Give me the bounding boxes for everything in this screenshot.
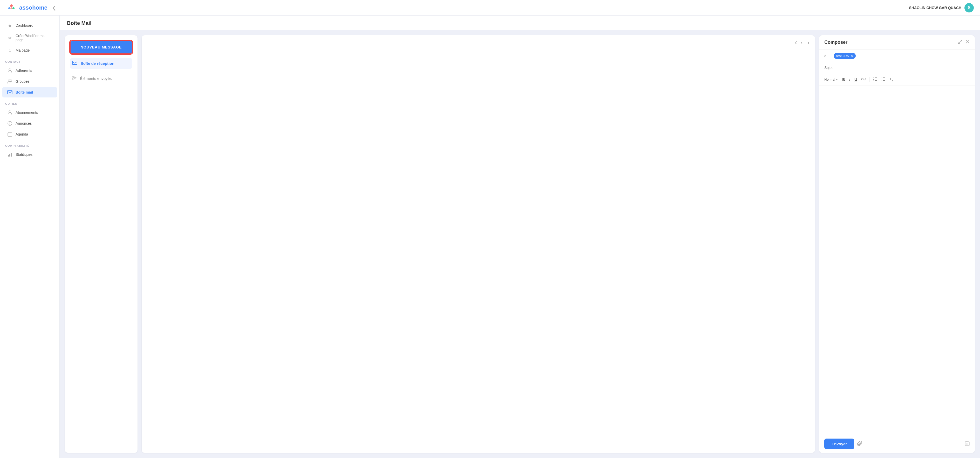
sidebar-item-label: Statitiques <box>16 152 32 157</box>
underline-btn[interactable]: U <box>853 76 859 83</box>
composer-title: Composer <box>824 40 847 45</box>
logo-icon <box>6 3 17 13</box>
sidebar-item-groupes[interactable]: Groupes <box>2 76 57 87</box>
sidebar-item-label: Ma page <box>16 48 30 52</box>
composer-footer: Envoyer <box>819 435 975 453</box>
sidebar-section-contact: CONTACT Adhérents Groupes Boite mail <box>0 56 59 98</box>
inbox-icon <box>72 61 77 66</box>
format-select[interactable]: Normal ▾ <box>824 78 838 81</box>
send-button[interactable]: Envoyer <box>824 439 854 449</box>
message-list-panel: 0 ‹ › <box>142 35 815 453</box>
svg-text:3.: 3. <box>873 80 874 81</box>
group-icon <box>7 79 13 84</box>
pagination-next-btn[interactable]: › <box>806 39 811 46</box>
sidebar-item-label: Adhérents <box>16 68 32 73</box>
svg-point-29 <box>882 79 882 79</box>
svg-rect-31 <box>965 442 969 445</box>
edit-icon: ✏ <box>7 35 13 40</box>
message-list-header: 0 ‹ › <box>142 35 815 50</box>
page-title: Boîte Mail <box>67 20 973 26</box>
user-name: SHAOLIN CHOW GAR QUACH <box>909 6 961 10</box>
sidebar-item-adherents[interactable]: Adhérents <box>2 65 57 76</box>
sidebar-item-label: Annonces <box>16 121 32 125</box>
delete-btn[interactable] <box>965 441 970 447</box>
recipient-remove-btn[interactable]: ✕ <box>851 54 853 58</box>
svg-point-1 <box>8 7 10 10</box>
sidebar-item-label: Créer/Modifier ma page <box>16 34 52 42</box>
sidebar-item-create-page[interactable]: ✏ Créer/Modifier ma page <box>2 31 57 44</box>
composer-subject-row <box>819 62 975 73</box>
inbox-label: Boîte de réception <box>80 61 115 66</box>
sidebar-item-dashboard[interactable]: ◆ Dashboard <box>2 20 57 30</box>
svg-rect-18 <box>72 61 77 65</box>
app-header: assohome ❮ SHAOLIN CHOW GAR QUACH S <box>0 0 980 16</box>
sidebar-section-outils: OUTILS Abonnements Annonces Agenda <box>0 98 59 140</box>
app-body: ◆ Dashboard ✏ Créer/Modifier ma page ⌂ M… <box>0 16 980 458</box>
sidebar-collapse-btn[interactable]: ❮ <box>52 5 56 11</box>
info-icon <box>7 121 13 126</box>
sidebar-item-my-page[interactable]: ⌂ Ma page <box>2 45 57 55</box>
inbox-nav-item[interactable]: Boîte de réception <box>70 58 132 69</box>
bold-btn[interactable]: B <box>841 76 846 83</box>
subject-input[interactable] <box>824 66 970 70</box>
chart-icon <box>7 152 13 157</box>
sidebar-item-abonnements[interactable]: Abonnements <box>2 107 57 118</box>
sidebar-item-label: Abonnements <box>16 111 38 114</box>
svg-point-4 <box>8 80 10 82</box>
svg-point-10 <box>10 122 10 123</box>
composer-header-actions <box>958 40 970 45</box>
format-dropdown-icon: ▾ <box>836 78 838 81</box>
sidebar-item-boite-mail[interactable]: Boite mail <box>2 87 57 97</box>
format-label: Normal <box>824 78 835 81</box>
sent-nav-item[interactable]: Éléments envoyés <box>70 73 132 84</box>
sent-label: Éléments envoyés <box>80 76 112 81</box>
user-initial: S <box>968 5 970 10</box>
mail-icon <box>7 90 13 95</box>
home-icon: ⌂ <box>7 48 13 53</box>
clear-format-btn[interactable]: Tx <box>888 76 894 83</box>
user-avatar[interactable]: S <box>964 3 974 13</box>
calendar-icon <box>7 132 13 137</box>
header-left: assohome ❮ <box>6 3 56 13</box>
mailbox-panel: NOUVEAU MESSAGE Boîte de réception Éléme… <box>65 35 137 453</box>
pagination-prev-btn[interactable]: ‹ <box>799 39 804 46</box>
sidebar-item-label: Dashboard <box>16 23 33 27</box>
composer-body[interactable] <box>819 86 975 435</box>
attach-btn[interactable] <box>857 441 862 447</box>
sidebar-item-statitiques[interactable]: Statitiques <box>2 149 57 160</box>
sidebar-section-main: ◆ Dashboard ✏ Créer/Modifier ma page ⌂ M… <box>0 20 59 56</box>
svg-rect-11 <box>8 133 12 136</box>
link-btn[interactable] <box>860 76 867 83</box>
to-input[interactable] <box>859 54 970 58</box>
sidebar-item-agenda[interactable]: Agenda <box>2 129 57 139</box>
subscription-icon <box>7 110 13 115</box>
composer-header: Composer <box>819 35 975 50</box>
unordered-list-btn[interactable] <box>880 76 887 83</box>
section-label-contact: CONTACT <box>0 56 59 65</box>
svg-rect-17 <box>11 153 12 157</box>
sidebar-item-annonces[interactable]: Annonces <box>2 118 57 128</box>
svg-point-2 <box>13 7 14 10</box>
composer-expand-btn[interactable] <box>958 40 963 45</box>
composer-close-btn[interactable] <box>966 40 970 45</box>
italic-btn[interactable]: I <box>848 76 852 83</box>
sidebar-item-label: Groupes <box>16 79 30 84</box>
pagination-count: 0 <box>795 41 797 45</box>
svg-rect-16 <box>10 154 10 157</box>
svg-point-5 <box>10 80 12 82</box>
recipient-tag[interactable]: test JDS ✕ <box>834 53 856 59</box>
section-label-outils: OUTILS <box>0 98 59 107</box>
ordered-list-btn[interactable]: 1.2.3. <box>872 76 879 83</box>
svg-point-30 <box>882 80 882 81</box>
sidebar: ◆ Dashboard ✏ Créer/Modifier ma page ⌂ M… <box>0 16 60 458</box>
svg-point-28 <box>882 78 882 78</box>
logo-text: assohome <box>19 5 48 11</box>
new-message-button[interactable]: NOUVEAU MESSAGE <box>70 40 132 54</box>
header-right: SHAOLIN CHOW GAR QUACH S <box>909 3 974 13</box>
footer-left-actions: Envoyer <box>824 439 862 449</box>
section-label-comptabilite: COMPTABILITÉ <box>0 140 59 149</box>
svg-rect-6 <box>8 90 12 94</box>
sidebar-section-comptabilite: COMPTABILITÉ Statitiques <box>0 140 59 160</box>
page-header: Boîte Mail <box>60 16 980 30</box>
content-area: NOUVEAU MESSAGE Boîte de réception Éléme… <box>60 30 980 458</box>
